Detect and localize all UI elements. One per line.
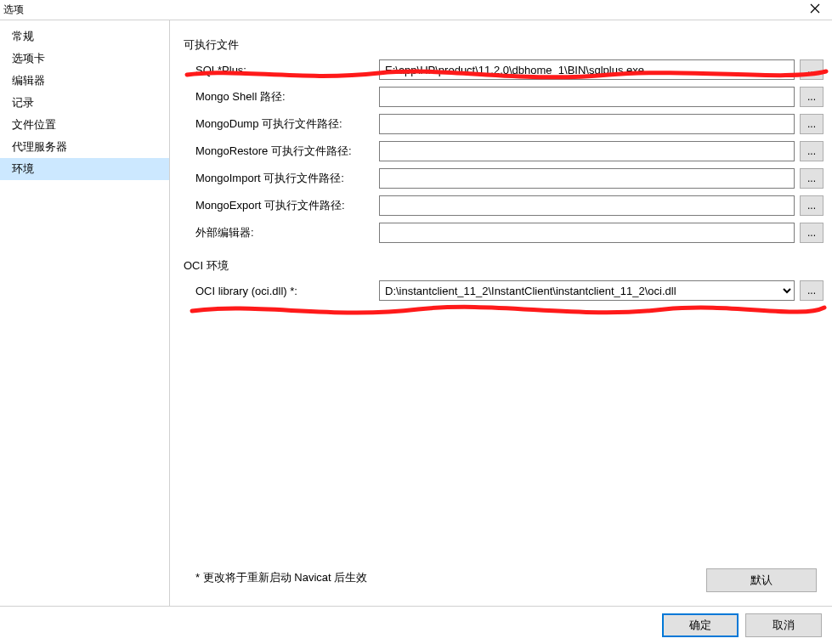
input-mongoimport[interactable] — [379, 168, 795, 189]
sidebar-item-proxy[interactable]: 代理服务器 — [0, 136, 169, 158]
ellipsis-icon: ... — [807, 285, 816, 297]
row-sqlplus: SQL*Plus: ... — [195, 59, 824, 80]
ellipsis-icon: ... — [807, 227, 816, 239]
sidebar-item-environment[interactable]: 环境 — [0, 158, 169, 180]
input-mongo-shell[interactable] — [379, 87, 795, 107]
browse-sqlplus[interactable]: ... — [800, 59, 824, 80]
sidebar: 常规 选项卡 编辑器 记录 文件位置 代理服务器 环境 — [0, 20, 170, 606]
input-mongoexport[interactable] — [379, 195, 795, 216]
browse-mongo-shell[interactable]: ... — [800, 87, 824, 107]
row-mongo-shell: Mongo Shell 路径: ... — [195, 87, 824, 107]
sidebar-item-label: 编辑器 — [12, 74, 45, 87]
label-mongodump: MongoDump 可执行文件路径: — [195, 116, 374, 132]
browse-mongoexport[interactable]: ... — [800, 195, 824, 216]
ok-button[interactable]: 确定 — [662, 613, 739, 637]
browse-mongodump[interactable]: ... — [800, 114, 824, 134]
window-title: 选项 — [3, 3, 24, 17]
row-mongoimport: MongoImport 可执行文件路径: ... — [195, 168, 824, 189]
restart-note: * 更改将于重新启动 Navicat 后生效 — [195, 570, 367, 585]
label-mongoimport: MongoImport 可执行文件路径: — [195, 171, 374, 186]
row-oci-library: OCI library (oci.dll) *: D:\instantclien… — [195, 280, 824, 301]
close-icon — [810, 3, 820, 16]
row-external-editor: 外部编辑器: ... — [195, 223, 824, 243]
footer: 确定 取消 — [0, 607, 832, 644]
titlebar: 选项 — [0, 0, 832, 20]
browse-external-editor[interactable]: ... — [800, 223, 824, 243]
sidebar-item-label: 记录 — [12, 96, 34, 109]
content-panel: 可执行文件 SQL*Plus: ... Mongo Shell 路径: ... … — [170, 20, 832, 606]
label-external-editor: 外部编辑器: — [195, 225, 374, 240]
sidebar-item-label: 环境 — [12, 162, 34, 175]
sidebar-item-records[interactable]: 记录 — [0, 92, 169, 114]
section-title-executables: 可执行文件 — [184, 37, 824, 53]
input-sqlplus[interactable] — [379, 59, 795, 80]
sidebar-item-general[interactable]: 常规 — [0, 25, 169, 48]
label-mongo-shell: Mongo Shell 路径: — [195, 89, 374, 105]
sidebar-item-label: 选项卡 — [12, 52, 45, 65]
label-mongoexport: MongoExport 可执行文件路径: — [195, 198, 374, 213]
row-mongodump: MongoDump 可执行文件路径: ... — [195, 114, 824, 134]
close-button[interactable] — [798, 0, 832, 19]
input-mongorestore[interactable] — [379, 141, 795, 161]
oci-form: OCI library (oci.dll) *: D:\instantclien… — [195, 280, 824, 301]
sidebar-item-tabs[interactable]: 选项卡 — [0, 48, 169, 70]
executables-form: SQL*Plus: ... Mongo Shell 路径: ... MongoD… — [195, 59, 824, 243]
section-title-oci: OCI 环境 — [184, 258, 824, 274]
row-mongorestore: MongoRestore 可执行文件路径: ... — [195, 141, 824, 161]
ellipsis-icon: ... — [807, 118, 816, 130]
body: 常规 选项卡 编辑器 记录 文件位置 代理服务器 环境 可执行文件 SQL*Pl… — [0, 20, 832, 607]
select-oci-library[interactable]: D:\instantclient_11_2\InstantClient\inst… — [379, 280, 795, 301]
label-sqlplus: SQL*Plus: — [195, 64, 374, 76]
cancel-button[interactable]: 取消 — [745, 613, 822, 637]
label-mongorestore: MongoRestore 可执行文件路径: — [195, 144, 374, 159]
browse-mongorestore[interactable]: ... — [800, 141, 824, 161]
browse-mongoimport[interactable]: ... — [800, 168, 824, 189]
sidebar-item-label: 文件位置 — [12, 118, 56, 131]
sidebar-item-editor[interactable]: 编辑器 — [0, 70, 169, 92]
ellipsis-icon: ... — [807, 91, 816, 103]
sidebar-item-label: 常规 — [12, 30, 34, 42]
ellipsis-icon: ... — [807, 200, 816, 212]
sidebar-item-file-locations[interactable]: 文件位置 — [0, 114, 169, 136]
default-button[interactable]: 默认 — [706, 568, 817, 592]
browse-oci-library[interactable]: ... — [800, 280, 824, 301]
ellipsis-icon: ... — [807, 145, 816, 157]
input-external-editor[interactable] — [379, 223, 795, 243]
label-oci-library: OCI library (oci.dll) *: — [195, 285, 374, 297]
row-mongoexport: MongoExport 可执行文件路径: ... — [195, 195, 824, 216]
ellipsis-icon: ... — [807, 172, 816, 184]
sidebar-item-label: 代理服务器 — [12, 140, 67, 153]
ellipsis-icon: ... — [807, 64, 816, 76]
input-mongodump[interactable] — [379, 114, 795, 134]
